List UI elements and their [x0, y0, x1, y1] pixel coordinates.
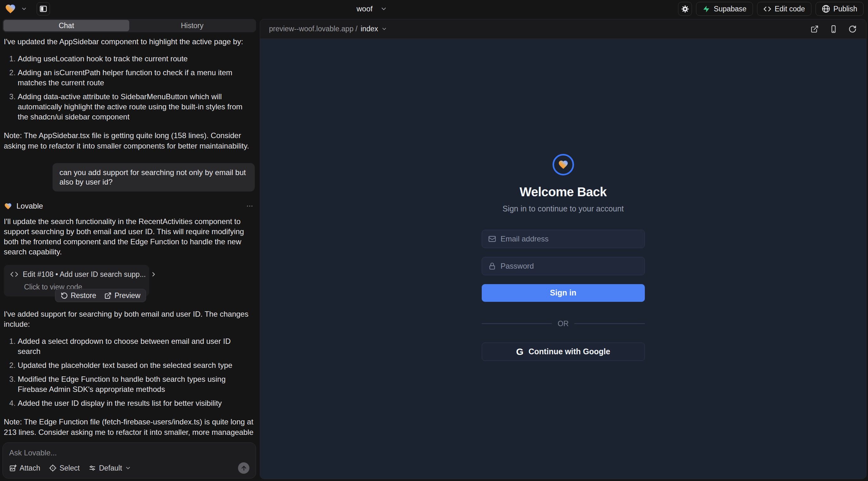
- signin-title: Welcome Back: [520, 185, 607, 199]
- chevron-down-icon: [381, 26, 387, 32]
- or-label: OR: [558, 320, 569, 328]
- ordered-list: Added a select dropdown to choose betwee…: [4, 336, 255, 408]
- message-note: Note: The AppSidebar.tsx file is getting…: [4, 130, 255, 151]
- list-item: Adding an isCurrentPath helper function …: [18, 68, 255, 88]
- app-logo: [553, 154, 574, 175]
- email-input[interactable]: [501, 234, 639, 243]
- sidebar-toggle-button[interactable]: [37, 2, 50, 15]
- restore-button[interactable]: Restore: [61, 291, 96, 300]
- list-item: Adding data-active attribute to SidebarM…: [18, 92, 255, 122]
- lock-icon: [488, 262, 496, 270]
- chevron-down-icon[interactable]: [21, 6, 27, 12]
- topbar: woof: [0, 0, 868, 18]
- arrow-up-icon: [241, 465, 247, 472]
- or-divider: OR: [482, 320, 645, 328]
- assistant-message: I've updated the AppSidebar component to…: [4, 37, 255, 151]
- password-field[interactable]: [482, 257, 645, 275]
- preview-url-bar: preview--woof.lovable.app / index: [260, 19, 866, 39]
- code-icon: [763, 5, 771, 13]
- preview-button[interactable]: Preview: [104, 291, 141, 300]
- smartphone-icon: [830, 25, 838, 33]
- publish-button[interactable]: Publish: [815, 2, 864, 16]
- edit-code-button[interactable]: Edit code: [757, 2, 811, 16]
- edit-card-title: Edit #108 • Add user ID search supp...: [23, 269, 146, 279]
- external-link-icon: [104, 292, 112, 299]
- list-item: Added the user ID display in the results…: [18, 398, 255, 408]
- composer: Attach Select Default: [3, 443, 256, 478]
- tab-chat[interactable]: Chat: [3, 20, 129, 31]
- mode-select-button[interactable]: Default: [89, 464, 131, 473]
- url-selector[interactable]: preview--woof.lovable.app / index: [269, 25, 387, 33]
- globe-icon: [822, 5, 830, 13]
- version-actions: Restore Preview: [55, 289, 146, 302]
- google-signin-button[interactable]: G Continue with Google: [482, 343, 645, 361]
- send-button[interactable]: [238, 462, 249, 474]
- code-icon: [10, 270, 18, 279]
- supabase-button[interactable]: Supabase: [696, 2, 753, 16]
- password-input[interactable]: [501, 262, 639, 270]
- user-message-bubble: can you add support for searching not on…: [53, 163, 255, 192]
- project-switcher[interactable]: woof: [356, 0, 387, 18]
- divider-line: [482, 323, 552, 324]
- select-button[interactable]: Select: [49, 464, 80, 473]
- preview-iframe: Welcome Back Sign in to continue to your…: [260, 39, 866, 479]
- message-text: I'll update the search functionality in …: [4, 217, 255, 257]
- list-item: Updated the placeholder text based on th…: [18, 360, 255, 371]
- composer-input[interactable]: [9, 448, 249, 459]
- refresh-button[interactable]: [848, 24, 857, 34]
- chevron-down-icon: [380, 5, 387, 12]
- supabase-icon: [702, 5, 710, 13]
- list-item: Added a select dropdown to choose betwee…: [18, 336, 255, 356]
- mobile-view-button[interactable]: [829, 24, 838, 34]
- sliders-icon: [89, 464, 96, 472]
- assistant-name: Lovable: [17, 201, 43, 211]
- message-text: I've added support for searching by both…: [4, 309, 255, 329]
- google-icon: G: [516, 347, 523, 356]
- restore-icon: [61, 292, 68, 299]
- ordered-list: Adding useLocation hook to track the cur…: [4, 54, 255, 122]
- open-in-new-tab-button[interactable]: [810, 24, 819, 34]
- lovable-heart-icon[interactable]: [4, 3, 17, 14]
- chat-history-tabs: Chat History: [3, 19, 256, 32]
- mail-icon: [488, 235, 496, 243]
- message-menu-button[interactable]: [245, 201, 255, 211]
- chevron-down-icon: [125, 465, 131, 471]
- email-field[interactable]: [482, 230, 645, 248]
- signin-button[interactable]: Sign in: [482, 284, 645, 302]
- assistant-message-header: Lovable: [4, 201, 255, 211]
- tab-history[interactable]: History: [129, 20, 255, 31]
- image-plus-icon: [9, 464, 17, 472]
- external-link-icon: [810, 25, 819, 33]
- chat-message-list[interactable]: I've updated the AppSidebar component to…: [3, 32, 256, 439]
- ellipsis-icon: [246, 202, 253, 210]
- url-page: index: [361, 25, 378, 33]
- message-text: I've updated the AppSidebar component to…: [4, 37, 255, 47]
- project-name: woof: [356, 4, 373, 13]
- message-note: Note: The Edge Function file (fetch-fire…: [4, 417, 255, 439]
- settings-button[interactable]: [678, 2, 692, 16]
- refresh-icon: [848, 25, 857, 33]
- list-item: Modified the Edge Function to handle bot…: [18, 374, 255, 394]
- signin-card: Welcome Back Sign in to continue to your…: [482, 154, 645, 361]
- divider-line: [575, 323, 645, 324]
- preview-panel: preview--woof.lovable.app / index: [260, 19, 866, 479]
- crosshair-icon: [49, 464, 57, 472]
- panel-left-icon: [39, 5, 48, 13]
- attach-button[interactable]: Attach: [9, 464, 40, 473]
- list-item: Adding useLocation hook to track the cur…: [18, 54, 255, 64]
- chat-panel: Chat History I've updated the AppSidebar…: [0, 18, 258, 481]
- chevron-right-icon: [150, 271, 157, 278]
- url-domain: preview--woof.lovable.app /: [269, 25, 358, 33]
- gear-icon: [681, 5, 689, 13]
- signin-subtitle: Sign in to continue to your account: [503, 204, 624, 213]
- lovable-heart-icon: [4, 202, 12, 210]
